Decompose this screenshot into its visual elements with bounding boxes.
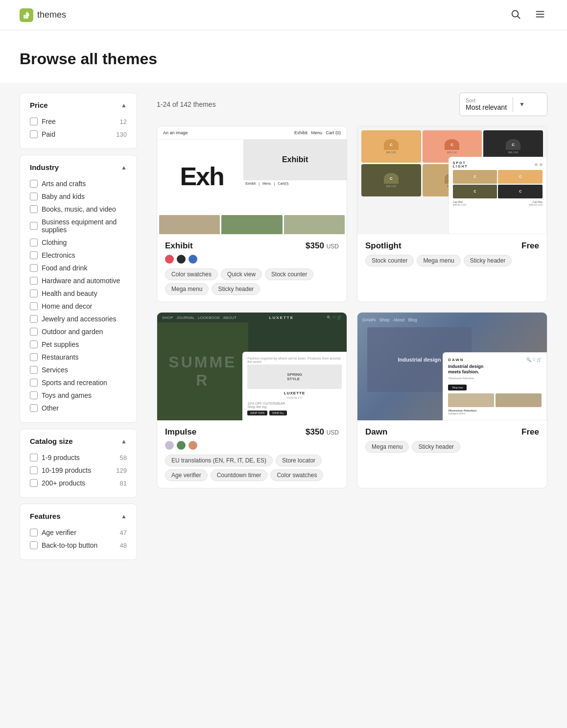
toys-checkbox[interactable] [30,391,38,399]
tag: Mega menu [365,441,409,453]
menu-button[interactable] [533,7,547,23]
electronics-label[interactable]: Electronics [42,251,75,259]
outdoor-checkbox[interactable] [30,328,38,336]
back-to-top-count: 48 [120,542,127,549]
swatch[interactable] [165,441,174,450]
list-item: 10-199 products 129 [30,464,127,477]
toys-label[interactable]: Toys and games [42,391,92,399]
swatch[interactable] [165,255,174,264]
outdoor-label[interactable]: Outdoor and garden [42,328,103,336]
dawn-tags: Mega menu Sticky header [365,441,539,453]
products-10-199-checkbox[interactable] [30,466,38,474]
products-200-checkbox[interactable] [30,479,38,487]
restaurants-checkbox[interactable] [30,353,38,361]
food-drink-label[interactable]: Food and drink [42,264,87,272]
products-1-9-label[interactable]: 1-9 products [42,454,80,461]
products-10-199-label[interactable]: 10-199 products [42,466,91,474]
home-decor-label[interactable]: Home and decor [42,302,93,310]
jewelry-checkbox[interactable] [30,315,38,323]
list-item: Services [30,364,127,376]
health-beauty-label[interactable]: Health and beauty [42,290,97,297]
price-filter-items: Free 12 Paid 130 [30,115,127,141]
svg-rect-1 [24,15,28,19]
products-1-9-count: 58 [120,454,127,461]
electronics-checkbox[interactable] [30,251,38,259]
free-checkbox[interactable] [30,118,38,125]
dawn-preview-container: DAWN Shop About Blog Industrial design D… [357,313,547,420]
tag: Mega menu [417,255,460,267]
products-200-label[interactable]: 200+ products [42,479,85,487]
search-button[interactable] [508,7,523,23]
list-item: 200+ products 81 [30,477,127,489]
books-music-checkbox[interactable] [30,205,38,213]
price-filter-chevron: ▲ [121,102,127,109]
pet-supplies-checkbox[interactable] [30,340,38,348]
products-1-9-checkbox[interactable] [30,454,38,461]
baby-kids-checkbox[interactable] [30,193,38,200]
hardware-label[interactable]: Hardware and automotive [42,277,120,285]
other-label[interactable]: Other [42,404,59,412]
filter-item-paid: Paid 130 [30,128,127,141]
health-beauty-checkbox[interactable] [30,290,38,297]
paid-checkbox[interactable] [30,130,38,138]
tag: Color swatches [165,268,218,280]
age-verifier-label[interactable]: Age verifier [42,529,76,536]
swatch[interactable] [177,255,186,264]
header-actions [508,7,547,23]
restaurants-label[interactable]: Restaurants [42,353,78,361]
swatch[interactable] [189,441,197,450]
theme-card-spotlight[interactable]: C $48 CAD C $48 CAD C $48 CAD C [357,126,547,302]
sort-dropdown[interactable]: Sort Most relevant ▼ [459,93,547,116]
business-label[interactable]: Business equipment and supplies [42,218,127,234]
theme-card-exhibit[interactable]: An an image Exhibit Menu Cart (0) Exh Ex… [157,126,347,302]
dawn-name: Dawn [365,427,387,437]
main-layout: Price ▲ Free 12 Paid 130 [0,83,567,728]
other-checkbox[interactable] [30,404,38,412]
swatch[interactable] [189,255,197,264]
theme-card-impulse[interactable]: SHOP JOURNAL LOOKBOOK ABOUT LUXETTE 🔍 ♡ … [157,312,347,488]
list-item: Home and decor [30,300,127,313]
pet-supplies-label[interactable]: Pet supplies [42,340,79,348]
logo[interactable]: themes [20,8,66,22]
jewelry-label[interactable]: Jewelry and accessories [42,315,117,323]
list-item: Electronics [30,249,127,262]
spotlight-tags: Stock counter Mega menu Sticky header [365,255,539,267]
sports-label[interactable]: Sports and recreation [42,379,107,387]
tag: EU translations (EN, FR, IT, DE, ES) [165,455,273,466]
swatch[interactable] [177,441,186,450]
features-filter-header[interactable]: Features ▲ [30,512,127,526]
catalog-size-filter-header[interactable]: Catalog size ▲ [30,437,127,451]
baby-kids-label[interactable]: Baby and kids [42,193,85,200]
arts-crafts-checkbox[interactable] [30,180,38,188]
clothing-label[interactable]: Clothing [42,239,67,246]
list-item: Age verifier 47 [30,526,127,539]
paid-label[interactable]: Paid [42,130,55,138]
back-to-top-checkbox[interactable] [30,541,38,549]
list-item: 1-9 products 58 [30,451,127,464]
services-label[interactable]: Services [42,366,68,374]
industry-filter-header[interactable]: Industry ▲ [30,163,127,177]
spotlight-preview-container: C $48 CAD C $48 CAD C $48 CAD C [357,126,547,234]
back-to-top-label[interactable]: Back-to-top button [42,541,97,549]
age-verifier-checkbox[interactable] [30,529,38,536]
free-label[interactable]: Free [42,118,56,125]
business-checkbox[interactable] [30,222,38,230]
logo-text: themes [37,10,66,20]
industry-filter-label: Industry [30,163,59,171]
exhibit-price: $350 USD [306,241,339,251]
list-item: Clothing [30,236,127,249]
sort-divider [513,97,513,112]
svg-line-3 [518,16,520,19]
exhibit-name: Exhibit [165,241,193,251]
services-checkbox[interactable] [30,366,38,374]
price-filter-header[interactable]: Price ▲ [30,101,127,115]
hardware-checkbox[interactable] [30,277,38,285]
books-music-label[interactable]: Books, music, and video [42,205,116,213]
theme-card-dawn[interactable]: DAWN Shop About Blog Industrial design D… [357,312,547,488]
sports-checkbox[interactable] [30,379,38,387]
food-drink-checkbox[interactable] [30,264,38,272]
clothing-checkbox[interactable] [30,239,38,246]
home-decor-checkbox[interactable] [30,302,38,310]
arts-crafts-label[interactable]: Arts and crafts [42,180,86,188]
spotlight-info: Spotlight Free Stock counter Mega menu S… [357,234,547,273]
